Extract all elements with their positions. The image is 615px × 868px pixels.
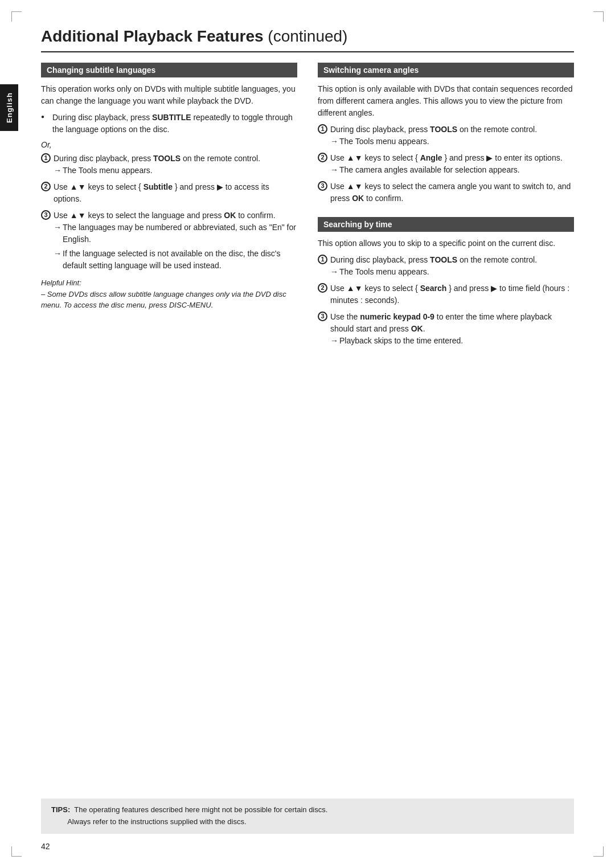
search-step-3: 3 Use the numeric keypad 0-9 to enter th…: [318, 311, 574, 347]
camera-step1-circle: 1: [318, 124, 327, 134]
section-camera-angles: Switching camera angles This option is o…: [318, 63, 574, 204]
camera-step-1: 1 During disc playback, press TOOLS on t…: [318, 124, 574, 148]
subtitle-bullet-item: During disc playback, press SUBTITLE rep…: [41, 112, 297, 136]
search-steps: 1 During disc playback, press TOOLS on t…: [318, 254, 574, 347]
camera-steps: 1 During disc playback, press TOOLS on t…: [318, 124, 574, 204]
search-step-1: 1 During disc playback, press TOOLS on t…: [318, 254, 574, 278]
angle-bold: Angle: [420, 153, 442, 162]
subtitle-bold: SUBTITLE: [152, 113, 191, 122]
camera-step2-circle: 2: [318, 153, 327, 162]
camera-step2-arrow: The camera angles available for selectio…: [330, 164, 574, 176]
tips-label: TIPS:: [51, 805, 70, 814]
helpful-hint-title: Helpful Hint:: [41, 279, 81, 287]
step3-ok-bold: OK: [224, 211, 236, 220]
camera-angles-header: Switching camera angles: [318, 63, 574, 77]
tips-box: TIPS: The operating features described h…: [41, 799, 574, 834]
step1-tools-bold: TOOLS: [153, 154, 181, 163]
search-step3-arrow: Playback skips to the time entered.: [330, 335, 574, 347]
tips-line2: Always refer to the instructions supplie…: [67, 817, 246, 826]
subtitle-steps: 1 During disc playback, press TOOLS on t…: [41, 153, 297, 272]
left-column: Changing subtitle languages This operati…: [41, 63, 297, 359]
right-column: Switching camera angles This option is o…: [318, 63, 574, 359]
search-step2-circle: 2: [318, 283, 327, 293]
step3-circle: 3: [41, 210, 51, 220]
subtitle-bullet-list: During disc playback, press SUBTITLE rep…: [41, 112, 297, 136]
subtitle-intro: This operation works only on DVDs with m…: [41, 83, 297, 107]
step1-arrow: The Tools menu appears.: [54, 165, 297, 177]
search-step3-ok-bold: OK: [411, 324, 423, 333]
camera-step3-circle: 3: [318, 181, 327, 191]
two-column-layout: Changing subtitle languages This operati…: [41, 63, 574, 359]
step2-circle: 2: [41, 182, 51, 191]
camera-step1-arrow: The Tools menu appears.: [330, 136, 574, 148]
search-step3-circle: 3: [318, 312, 327, 321]
tips-line1: The operating features described here mi…: [74, 805, 327, 814]
subtitle-step-1: 1 During disc playback, press TOOLS on t…: [41, 153, 297, 177]
search-intro: This option allows you to skip to a spec…: [318, 238, 574, 249]
helpful-hint-body: – Some DVDs discs allow subtitle languag…: [41, 290, 286, 310]
search-bold: Search: [420, 284, 447, 293]
subtitle-languages-header: Changing subtitle languages: [41, 63, 297, 77]
or-text: Or,: [41, 140, 297, 149]
subtitle-step-2: 2 Use ▲▼ keys to select { Subtitle } and…: [41, 181, 297, 205]
subtitle-step-3: 3 Use ▲▼ keys to select the language and…: [41, 210, 297, 272]
search-step1-arrow: The Tools menu appears.: [330, 266, 574, 278]
camera-step-3: 3 Use ▲▼ keys to select the camera angle…: [318, 181, 574, 204]
section-subtitle-languages: Changing subtitle languages This operati…: [41, 63, 297, 311]
search-step1-circle: 1: [318, 255, 327, 264]
step3-arrow2: If the language selected is not availabl…: [54, 248, 297, 272]
camera-intro: This option is only available with DVDs …: [318, 83, 574, 119]
search-step1-tools-bold: TOOLS: [430, 255, 457, 264]
step1-circle: 1: [41, 153, 51, 163]
camera-step3-ok-bold: OK: [352, 194, 364, 203]
search-step-2: 2 Use ▲▼ keys to select { Search } and p…: [318, 282, 574, 306]
camera-step-2: 2 Use ▲▼ keys to select { Angle } and pr…: [318, 152, 574, 176]
searching-by-time-header: Searching by time: [318, 217, 574, 232]
subtitle-key-bold: Subtitle: [144, 182, 173, 191]
section-searching-by-time: Searching by time This option allows you…: [318, 217, 574, 347]
page-title: Additional Playback Features (continued): [41, 27, 574, 52]
camera-step1-tools-bold: TOOLS: [430, 125, 457, 134]
keypad-bold: numeric keypad 0-9: [360, 312, 434, 321]
step3-arrow1: The languages may be numbered or abbrevi…: [54, 222, 297, 245]
page-number: 42: [41, 842, 50, 851]
helpful-hint: Helpful Hint: – Some DVDs discs allow su…: [41, 277, 297, 311]
